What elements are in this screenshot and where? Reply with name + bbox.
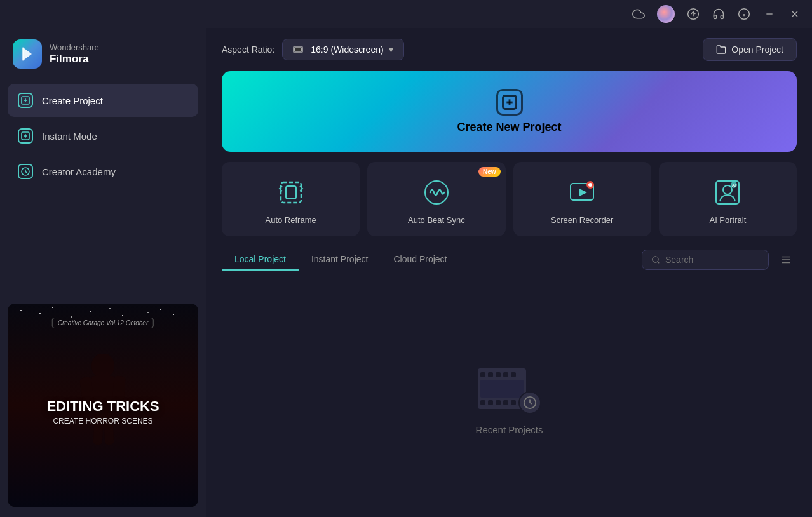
svg-rect-29 <box>286 186 296 199</box>
promo-badge-container: Creative Garage Vol.12 October <box>52 316 154 333</box>
aspect-ratio-label: Aspect Ratio: <box>222 44 274 55</box>
promo-title: EDITING TRICKS <box>46 399 159 414</box>
promo-badge: Creative Garage Vol.12 October <box>52 318 154 328</box>
auto-reframe-icon <box>274 176 308 209</box>
brand-name: Wondershare <box>50 43 99 53</box>
tab-cloud-project[interactable]: Cloud Project <box>381 249 459 271</box>
svg-point-39 <box>653 257 658 262</box>
tab-instant-project[interactable]: Instant Project <box>299 249 381 271</box>
tab-local-project[interactable]: Local Project <box>222 249 299 271</box>
search-input[interactable] <box>665 255 754 265</box>
feature-card-label: Screen Recorder <box>551 215 613 225</box>
search-icon <box>651 255 660 264</box>
feature-cards: Auto Reframe New Auto Beat Sync <box>222 162 797 236</box>
sidebar-item-creator-academy[interactable]: Creator Academy <box>8 155 198 188</box>
feature-card-ai-portrait[interactable]: AI AI Portrait <box>659 162 797 236</box>
create-new-project-label: Create New Project <box>457 121 561 134</box>
auto-beat-sync-icon <box>420 176 453 209</box>
cloud-icon[interactable] <box>632 7 646 21</box>
aspect-ratio-dropdown[interactable]: 16:9 (Widescreen) ▾ <box>282 39 403 60</box>
svg-marker-8 <box>23 48 32 61</box>
aspect-ratio-value: 16:9 (Widescreen) <box>311 44 383 55</box>
sidebar-item-instant-mode[interactable]: Instant Mode <box>8 119 198 152</box>
open-project-button[interactable]: Open Project <box>703 38 797 61</box>
recent-projects-icon <box>478 363 541 414</box>
sidebar-item-label: Creator Academy <box>42 166 116 177</box>
create-project-icon <box>18 93 33 108</box>
content-area: Aspect Ratio: 16:9 (Widescreen) ▾ Open P… <box>206 28 812 517</box>
ai-portrait-icon: AI <box>711 176 744 209</box>
promo-subtitle: CREATE HORROR SCENES <box>46 417 159 426</box>
upload-icon[interactable] <box>686 7 700 21</box>
search-box[interactable] <box>642 250 769 270</box>
feature-card-label: Auto Reframe <box>266 215 316 225</box>
feature-card-label: Auto Beat Sync <box>408 215 465 225</box>
svg-point-36 <box>723 185 732 194</box>
info-icon[interactable] <box>737 7 751 21</box>
project-section: Local Project Instant Project Cloud Proj… <box>206 249 812 517</box>
top-bar: Aspect Ratio: 16:9 (Widescreen) ▾ Open P… <box>206 28 812 71</box>
new-badge: New <box>478 167 501 177</box>
clock-icon <box>518 391 541 414</box>
screen-recorder-icon <box>565 176 599 209</box>
feature-card-auto-beat-sync[interactable]: New Auto Beat Sync <box>367 162 505 236</box>
project-tabs: Local Project Instant Project Cloud Proj… <box>222 249 642 271</box>
list-view-button[interactable] <box>775 252 797 268</box>
instant-mode-icon <box>18 128 33 144</box>
open-project-label: Open Project <box>731 44 783 55</box>
svg-marker-32 <box>579 189 587 196</box>
logo-text: Wondershare Filmora <box>50 43 99 65</box>
sidebar: Wondershare Filmora Create Project <box>0 28 206 517</box>
svg-rect-9 <box>22 48 24 61</box>
feature-card-label: AI Portrait <box>709 215 746 225</box>
empty-state: Recent Projects <box>222 281 797 517</box>
creator-academy-icon <box>18 164 33 179</box>
feature-card-auto-reframe[interactable]: Auto Reframe <box>222 162 360 236</box>
sidebar-nav: Create Project Instant Mode <box>0 84 206 188</box>
product-name: Filmora <box>50 53 99 65</box>
app-logo: Wondershare Filmora <box>0 28 206 84</box>
promo-banner[interactable]: Creative Garage Vol.12 October EDITING T… <box>8 304 198 507</box>
logo-icon <box>13 39 42 69</box>
title-bar <box>0 0 812 28</box>
close-icon[interactable] <box>788 7 802 21</box>
sidebar-item-label: Create Project <box>42 95 103 106</box>
svg-point-34 <box>588 183 592 187</box>
create-plus-icon <box>496 89 523 116</box>
svg-rect-28 <box>281 182 301 203</box>
recent-projects-label: Recent Projects <box>476 424 543 435</box>
svg-point-17 <box>91 354 114 379</box>
svg-text:AI: AI <box>732 183 736 187</box>
avatar-icon[interactable] <box>657 5 675 23</box>
headphones-icon[interactable] <box>712 7 726 21</box>
project-tabs-header: Local Project Instant Project Cloud Proj… <box>222 249 797 271</box>
create-new-project-banner[interactable]: Create New Project <box>222 71 797 152</box>
svg-rect-24 <box>295 48 302 51</box>
svg-line-40 <box>658 262 660 264</box>
aspect-ratio-section: Aspect Ratio: 16:9 (Widescreen) ▾ <box>222 39 404 60</box>
feature-card-screen-recorder[interactable]: Screen Recorder <box>513 162 651 236</box>
chevron-down-icon: ▾ <box>389 44 393 55</box>
sidebar-item-create-project[interactable]: Create Project <box>8 84 198 117</box>
sidebar-item-label: Instant Mode <box>42 131 97 142</box>
minimize-icon[interactable] <box>762 7 776 21</box>
